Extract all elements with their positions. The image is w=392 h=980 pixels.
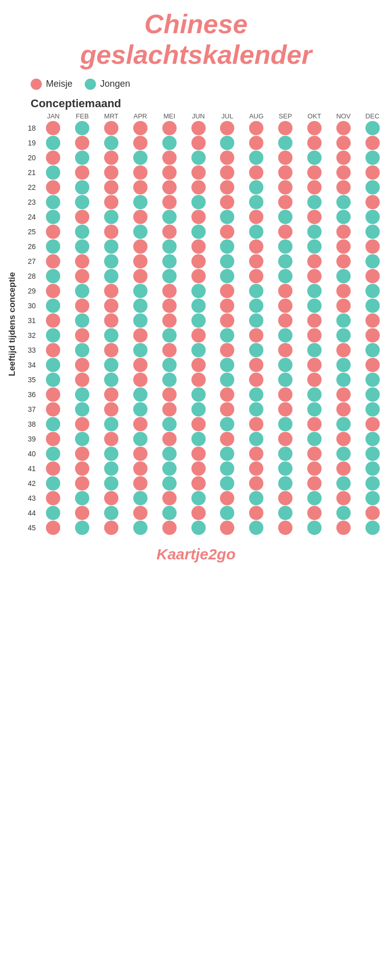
dot-cell <box>184 195 213 209</box>
dot-cell <box>184 254 213 268</box>
pink-dot <box>162 313 177 328</box>
dot-cell <box>242 151 271 165</box>
pink-dot <box>191 328 206 342</box>
dot-cell <box>300 432 329 446</box>
pink-dot <box>133 210 148 224</box>
teal-dot <box>75 402 89 416</box>
dot-cell <box>126 239 155 254</box>
teal-dot <box>336 195 351 209</box>
pink-dot <box>104 432 118 446</box>
dot-cell <box>329 165 358 180</box>
dot-cell <box>184 225 213 239</box>
dot-cell <box>39 313 68 328</box>
pink-dot <box>162 299 177 313</box>
pink-dot <box>249 136 263 150</box>
dot-cell <box>126 254 155 268</box>
pink-dot <box>307 269 322 283</box>
teal-dot <box>104 254 118 268</box>
dot-cell <box>300 313 329 328</box>
age-label: 22 <box>20 183 39 191</box>
age-label: 40 <box>20 450 39 458</box>
dot-cell <box>329 284 358 298</box>
pink-dot <box>220 151 234 165</box>
pink-dot <box>278 180 292 194</box>
dot-cell <box>155 165 184 180</box>
dot-cell <box>242 284 271 298</box>
teal-dot <box>133 151 148 165</box>
dot-cell <box>242 461 271 476</box>
age-label: 34 <box>20 361 39 369</box>
pink-dot <box>249 210 263 224</box>
dot-cell <box>213 491 242 505</box>
dot-cell <box>184 165 213 180</box>
dot-cell <box>300 195 329 209</box>
dot-cell <box>155 254 184 268</box>
teal-dot <box>162 447 177 461</box>
teal-dot <box>307 195 322 209</box>
dot-cell <box>68 358 97 372</box>
teal-dot <box>307 402 322 416</box>
dot-cell <box>300 121 329 135</box>
table-row: 41 <box>20 461 387 476</box>
age-label: 26 <box>20 242 39 251</box>
dot-cell <box>155 180 184 194</box>
dot-cell <box>97 151 126 165</box>
teal-dot <box>220 461 234 476</box>
teal-dot <box>162 373 177 387</box>
age-label: 21 <box>20 168 39 177</box>
dot-cell <box>155 402 184 416</box>
dot-cell <box>126 210 155 224</box>
dot-cell <box>39 476 68 491</box>
dot-cell <box>97 358 126 372</box>
dot-cell <box>97 373 126 387</box>
dot-cell <box>242 476 271 491</box>
dot-cell <box>329 447 358 461</box>
dot-cell <box>97 254 126 268</box>
teal-dot <box>75 521 89 535</box>
table-row: 19 <box>20 136 387 150</box>
pink-dot <box>75 417 89 431</box>
teal-dot <box>75 313 89 328</box>
pink-dot <box>133 447 148 461</box>
table-row: 29 <box>20 284 387 298</box>
dot-cell <box>329 358 358 372</box>
pink-dot <box>133 269 148 283</box>
dot-cell <box>39 225 68 239</box>
teal-dot <box>75 239 89 254</box>
pink-dot <box>220 402 234 416</box>
dot-cell <box>97 136 126 150</box>
dot-cell <box>155 447 184 461</box>
pink-dot <box>365 328 380 342</box>
dot-cell <box>242 521 271 535</box>
dot-cell <box>271 210 300 224</box>
dot-cell <box>97 506 126 520</box>
teal-dot <box>249 299 263 313</box>
dot-cell <box>97 417 126 431</box>
dot-cell <box>329 210 358 224</box>
dot-cell <box>271 165 300 180</box>
dot-cell <box>329 343 358 357</box>
month-label-jun: JUN <box>184 112 213 120</box>
teal-dot <box>278 417 292 431</box>
table-row: 22 <box>20 180 387 194</box>
jongen-label: Jongen <box>100 79 130 89</box>
table-row: 21 <box>20 165 387 180</box>
dot-cell <box>329 461 358 476</box>
teal-dot <box>162 210 177 224</box>
dot-cell <box>242 239 271 254</box>
dot-cell <box>213 225 242 239</box>
teal-dot <box>220 417 234 431</box>
teal-dot <box>220 328 234 342</box>
teal-dot <box>133 284 148 298</box>
teal-dot <box>220 239 234 254</box>
table-row: 39 <box>20 432 387 446</box>
teal-dot <box>104 476 118 491</box>
pink-dot <box>104 343 118 357</box>
dot-cell <box>271 121 300 135</box>
calendar-rows: 1819202122232425262728293031323334353637… <box>20 121 387 535</box>
dot-cell <box>329 121 358 135</box>
dot-cell <box>184 180 213 194</box>
age-label: 27 <box>20 257 39 265</box>
dot-cell <box>39 269 68 283</box>
dot-cell <box>358 358 387 372</box>
